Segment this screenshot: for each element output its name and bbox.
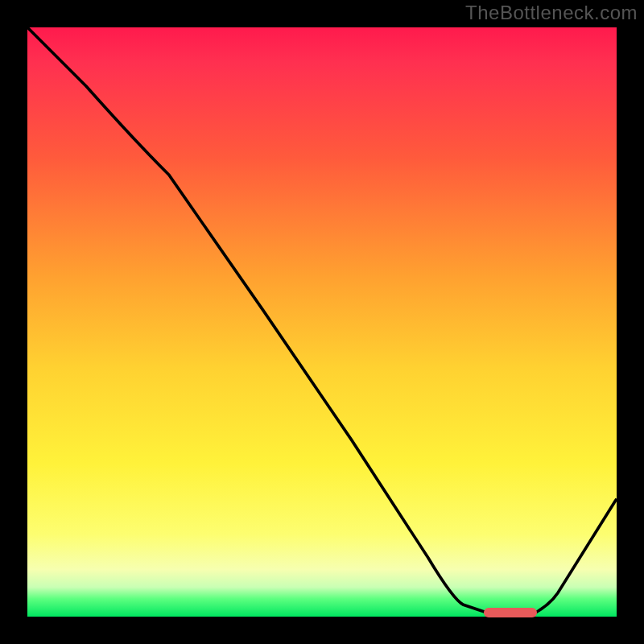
bottleneck-curve xyxy=(27,27,617,617)
chart-root: TheBottleneck.com xyxy=(0,0,644,644)
optimal-range-marker xyxy=(484,608,537,617)
curve-svg xyxy=(27,27,617,617)
plot-frame xyxy=(24,24,620,620)
watermark-text: TheBottleneck.com xyxy=(465,2,638,24)
